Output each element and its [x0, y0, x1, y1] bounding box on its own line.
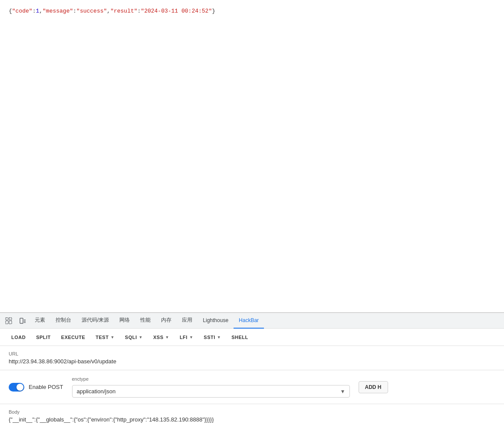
enctype-label: enctype — [72, 376, 350, 382]
body-label: Body — [9, 409, 495, 415]
svg-rect-3 — [9, 321, 12, 324]
toggle-knob — [16, 384, 23, 391]
post-toggle-container: Enable POST — [9, 383, 63, 392]
body-value[interactable]: {"__init__":{"__globals__":{"os":{"envir… — [9, 416, 495, 423]
response-area: {"code":1,"message":"success","result":"… — [0, 0, 504, 313]
load-button[interactable]: LOAD — [7, 333, 30, 342]
execute-button[interactable]: EXECUTE — [57, 333, 89, 342]
tab-elements[interactable]: 元素 — [30, 313, 50, 329]
lfi-arrow: ▼ — [189, 335, 193, 339]
shell-button[interactable]: SHELL — [227, 333, 253, 342]
tab-bar: 元素 控制台 源代码/来源 网络 性能 内存 应用 Lighthouse Hac… — [0, 313, 504, 329]
xss-arrow: ▼ — [165, 335, 169, 339]
svg-rect-1 — [9, 318, 12, 320]
device-icon[interactable] — [16, 314, 30, 328]
enctype-section: enctype application/json application/x-w… — [72, 376, 350, 398]
devtools-panel: 元素 控制台 源代码/来源 网络 性能 内存 应用 Lighthouse Hac… — [0, 313, 504, 428]
tab-memory[interactable]: 内存 — [156, 313, 177, 329]
xss-button[interactable]: XSS ▼ — [149, 333, 174, 342]
tab-sources[interactable]: 源代码/来源 — [76, 313, 114, 329]
hackbar-toolbar: LOAD SPLIT EXECUTE TEST ▼ SQLI ▼ XSS ▼ L… — [0, 329, 504, 346]
add-header-button[interactable]: ADD H — [359, 381, 388, 393]
url-label: URL — [9, 351, 495, 356]
tab-hackbar[interactable]: HackBar — [234, 313, 264, 329]
tab-application[interactable]: 应用 — [177, 313, 198, 329]
svg-rect-4 — [20, 318, 23, 323]
enctype-select[interactable]: application/json application/x-www-form-… — [72, 385, 350, 398]
tab-lighthouse[interactable]: Lighthouse — [198, 313, 234, 329]
ssti-button[interactable]: SSTI ▼ — [199, 333, 225, 342]
inspect-icon[interactable] — [2, 314, 16, 328]
response-text: {"code":1,"message":"success","result":"… — [9, 7, 495, 16]
ssti-arrow: ▼ — [217, 335, 221, 339]
tab-network[interactable]: 网络 — [114, 313, 135, 329]
sqli-button[interactable]: SQLI ▼ — [121, 333, 147, 342]
svg-rect-2 — [6, 321, 8, 324]
svg-rect-0 — [6, 318, 8, 320]
test-arrow: ▼ — [110, 335, 114, 339]
hackbar-content: URL http://23.94.38.86:9002/api-base/v0/… — [0, 346, 504, 428]
lfi-button[interactable]: LFI ▼ — [175, 333, 198, 342]
tab-console[interactable]: 控制台 — [50, 313, 76, 329]
post-toggle-label: Enable POST — [29, 384, 63, 390]
body-section: Body {"__init__":{"__globals__":{"os":{"… — [0, 404, 504, 428]
post-toggle[interactable] — [9, 383, 24, 392]
enctype-select-wrapper: application/json application/x-www-form-… — [72, 385, 350, 398]
test-button[interactable]: TEST ▼ — [91, 333, 119, 342]
sqli-arrow: ▼ — [139, 335, 143, 339]
post-section: Enable POST enctype application/json app… — [0, 370, 504, 404]
split-button[interactable]: SPLIT — [32, 333, 55, 342]
url-value[interactable]: http://23.94.38.86:9002/api-base/v0/upda… — [9, 358, 495, 365]
tab-performance[interactable]: 性能 — [135, 313, 156, 329]
url-section: URL http://23.94.38.86:9002/api-base/v0/… — [0, 346, 504, 370]
